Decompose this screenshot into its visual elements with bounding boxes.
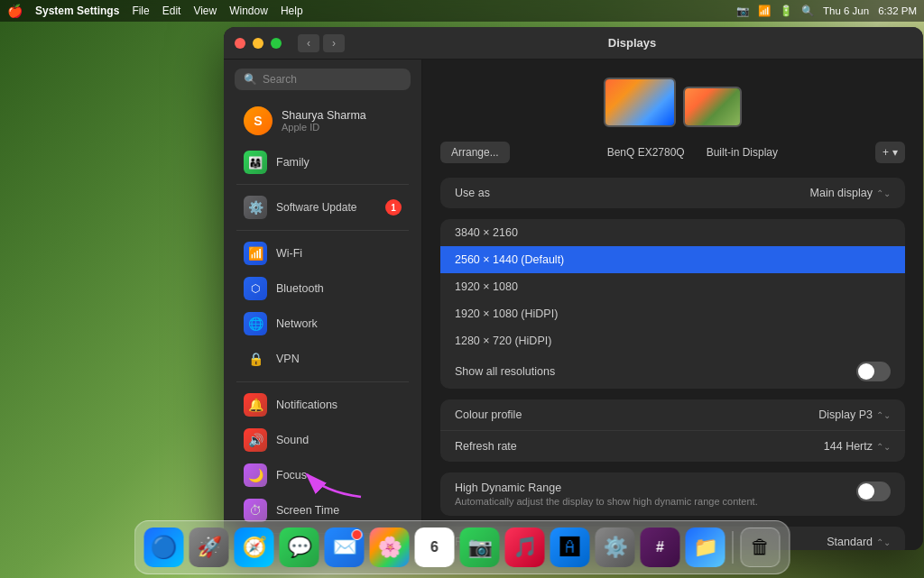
rotation-value[interactable]: Standard ⌃⌄ [827, 536, 891, 548]
sidebar-item-network[interactable]: 🌐 Network [231, 307, 414, 341]
focus-icon: 🌙 [244, 463, 267, 487]
res-item-4[interactable]: 1280 × 720 (HiDPI) [440, 327, 905, 354]
colour-chevron: ⌃⌄ [876, 410, 891, 420]
sidebar-item-wifi[interactable]: 📶 Wi-Fi [231, 236, 414, 271]
minimize-button[interactable] [253, 38, 263, 49]
sidebar-item-vpn[interactable]: 🔒 VPN [231, 342, 414, 376]
builtin-screen-content [685, 88, 740, 125]
dock-calendar[interactable]: 6 [415, 528, 455, 567]
wifi-label: Wi-Fi [276, 247, 302, 260]
forward-button[interactable]: › [323, 34, 345, 52]
rotation-chevron: ⌃⌄ [876, 537, 891, 547]
sidebar-item-notifications[interactable]: 🔔 Notifications [231, 388, 414, 422]
focus-label: Focus [276, 469, 307, 482]
search-box[interactable]: 🔍 Search [235, 69, 411, 90]
family-label: Family [276, 156, 310, 169]
time: 6:32 PM [878, 5, 917, 16]
app-menu-system-settings[interactable]: System Settings [35, 5, 119, 17]
sidebar-item-bluetooth[interactable]: ⬡ Bluetooth [231, 271, 414, 306]
maximize-button[interactable] [271, 38, 282, 49]
bluetooth-icon: ⬡ [244, 277, 267, 300]
menubar-right: 📷 📶 🔋 🔍 Thu 6 Jun 6:32 PM [736, 5, 917, 17]
dock-launchpad[interactable]: 🚀 [189, 528, 229, 567]
network-label: Network [276, 317, 318, 330]
refresh-rate-label: Refresh rate [455, 440, 517, 453]
res-item-3[interactable]: 1920 × 1080 (HiDPI) [440, 300, 905, 327]
apple-id-label: Apple ID [282, 122, 366, 133]
search-placeholder: Search [263, 73, 297, 86]
show-all-toggle[interactable] [856, 362, 891, 381]
plus-icon: + [882, 146, 889, 159]
user-profile-item[interactable]: S Shaurya Sharma Apple ID [231, 99, 414, 142]
dock-music[interactable]: 🎵 [505, 528, 545, 567]
colour-profile-row: Colour profile Display P3 ⌃⌄ [440, 399, 905, 431]
dock-mail[interactable]: ✉️ [325, 528, 365, 567]
launchpad-icon: 🚀 [197, 536, 221, 559]
menu-help[interactable]: Help [281, 5, 303, 17]
show-all-label: Show all resolutions [455, 365, 555, 378]
display-thumbnails [440, 78, 905, 127]
window-body: 🔍 Search S Shaurya Sharma Apple ID 👨‍👩‍👧… [224, 60, 923, 550]
add-display-button[interactable]: + ▾ [875, 142, 905, 163]
back-button[interactable]: ‹ [298, 34, 319, 52]
refresh-rate-value[interactable]: 144 Hertz ⌃⌄ [824, 440, 891, 453]
sidebar-item-sound[interactable]: 🔊 Sound [231, 423, 414, 457]
user-name: Shaurya Sharma [282, 109, 366, 122]
dock-folder[interactable]: 📁 [686, 528, 725, 567]
dock-system-settings[interactable]: ⚙️ [596, 528, 635, 567]
slack-icon: # [656, 539, 664, 555]
sound-label: Sound [276, 434, 309, 446]
messages-icon: 💬 [287, 536, 311, 559]
menubar-left: 🍎 System Settings File Edit View Window … [7, 4, 303, 18]
dock-finder[interactable]: 🔵 [144, 528, 184, 567]
battery-icon: 🔋 [780, 5, 792, 17]
menu-window[interactable]: Window [229, 5, 268, 17]
hdr-row: High Dynamic Range Automatically adjust … [440, 472, 905, 516]
use-as-section: Use as Main display ⌃⌄ [440, 178, 905, 208]
dock-safari[interactable]: 🧭 [235, 528, 274, 567]
folder-icon: 📁 [693, 536, 717, 559]
titlebar: ‹ › Displays [224, 27, 923, 60]
screen-time-icon: ⏱ [244, 499, 267, 522]
res-item-0[interactable]: 3840 × 2160 [440, 219, 905, 246]
update-badge: 1 [385, 199, 402, 216]
use-as-value[interactable]: Main display ⌃⌄ [810, 187, 891, 199]
menu-view[interactable]: View [193, 5, 217, 17]
menu-file[interactable]: File [132, 5, 149, 17]
builtin-label: Built-in Display [707, 146, 778, 159]
wifi-icon[interactable]: 📶 [758, 5, 771, 17]
menu-edit[interactable]: Edit [162, 5, 181, 17]
dock-messages[interactable]: 💬 [280, 528, 319, 567]
res-item-1[interactable]: 2560 × 1440 (Default) [440, 246, 905, 273]
vpn-icon: 🔒 [244, 347, 267, 371]
screen-time-label: Screen Time [276, 504, 339, 517]
display-thumb-benq[interactable] [604, 78, 676, 127]
builtin-screen-thumb [683, 87, 742, 127]
avatar: S [244, 106, 273, 135]
apple-menu[interactable]: 🍎 [7, 4, 23, 18]
camera-icon: 📷 [736, 5, 749, 17]
dock-slack[interactable]: # [641, 528, 680, 567]
search-icon[interactable]: 🔍 [801, 5, 814, 17]
benq-screen-content [605, 79, 674, 125]
sidebar-item-family[interactable]: 👨‍👩‍👧 Family [231, 146, 414, 179]
hdr-subtitle: Automatically adjust the display to show… [455, 496, 758, 507]
display-thumb-builtin[interactable] [683, 87, 742, 127]
photos-icon: 🌸 [377, 536, 402, 559]
arrange-button[interactable]: Arrange... [440, 142, 510, 163]
dock-photos[interactable]: 🌸 [370, 528, 410, 567]
software-update-icon: ⚙️ [244, 196, 267, 219]
hdr-toggle[interactable] [856, 482, 891, 501]
dock-trash[interactable]: 🗑 [741, 528, 781, 567]
chevron-icon: ▾ [892, 146, 898, 159]
dock-facetime[interactable]: 📷 [460, 528, 500, 567]
colour-profile-value[interactable]: Display P3 ⌃⌄ [818, 408, 891, 421]
close-button[interactable] [235, 38, 245, 49]
res-item-2[interactable]: 1920 × 1080 [440, 273, 905, 300]
dock-appstore[interactable]: 🅰 [550, 528, 590, 567]
hdr-toggle-container [856, 482, 891, 501]
dock-separator [733, 531, 734, 564]
network-icon: 🌐 [244, 312, 267, 335]
sidebar-item-focus[interactable]: 🌙 Focus [231, 458, 414, 492]
sidebar-item-software-update[interactable]: ⚙️ Software Update 1 [231, 190, 414, 225]
